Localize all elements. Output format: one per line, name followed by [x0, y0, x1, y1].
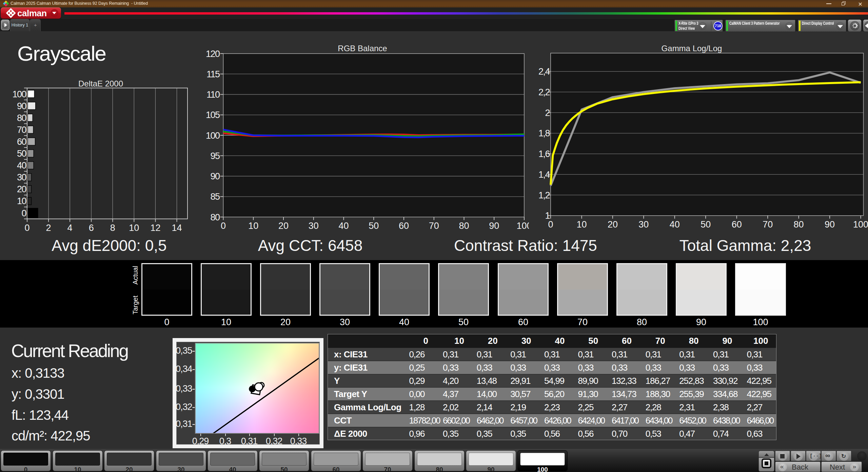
svg-text:80: 80: [210, 212, 220, 222]
svg-text:DeltaE 2000: DeltaE 2000: [78, 79, 123, 88]
svg-text:2: 2: [46, 223, 51, 233]
svg-text:10: 10: [248, 221, 258, 231]
svg-text:2,2: 2,2: [538, 87, 550, 97]
svg-text:50: 50: [701, 219, 711, 230]
svg-text:85: 85: [210, 192, 220, 202]
svg-text:70: 70: [429, 221, 439, 231]
svg-text:120: 120: [206, 49, 220, 59]
svg-text:10: 10: [576, 219, 587, 230]
svg-text:40: 40: [338, 221, 349, 231]
svg-text:10: 10: [17, 196, 26, 206]
svg-text:110: 110: [206, 90, 220, 100]
svg-text:10: 10: [129, 223, 139, 233]
svg-text:70: 70: [17, 125, 26, 135]
svg-text:95: 95: [210, 151, 220, 161]
svg-text:80: 80: [459, 221, 469, 231]
svg-text:90: 90: [17, 101, 26, 111]
svg-text:100: 100: [853, 219, 868, 230]
svg-text:20: 20: [608, 219, 618, 230]
svg-text:105: 105: [206, 110, 220, 120]
svg-text:8: 8: [110, 223, 115, 233]
svg-text:90: 90: [825, 219, 835, 230]
svg-text:80: 80: [17, 113, 26, 123]
svg-text:80: 80: [794, 219, 804, 230]
svg-text:1,6: 1,6: [538, 149, 550, 159]
svg-text:20: 20: [17, 184, 26, 194]
svg-text:100: 100: [206, 131, 220, 141]
svg-text:70: 70: [763, 219, 773, 230]
svg-text:2,4: 2,4: [538, 66, 550, 77]
svg-text:40: 40: [17, 160, 26, 171]
svg-text:30: 30: [309, 221, 319, 231]
svg-text:60: 60: [399, 221, 409, 231]
svg-text:30: 30: [638, 219, 649, 230]
svg-text:1,8: 1,8: [538, 128, 550, 138]
svg-text:90: 90: [210, 171, 220, 181]
svg-text:100: 100: [12, 89, 26, 99]
svg-text:12: 12: [150, 223, 160, 233]
svg-text:4: 4: [67, 223, 73, 233]
svg-text:0: 0: [221, 221, 226, 231]
svg-text:Gamma Log/Log: Gamma Log/Log: [662, 44, 722, 53]
svg-text:115: 115: [206, 69, 220, 79]
svg-text:0: 0: [21, 208, 26, 218]
svg-text:90: 90: [489, 221, 499, 231]
svg-text:1,4: 1,4: [538, 170, 550, 180]
svg-text:40: 40: [670, 219, 680, 230]
svg-text:60: 60: [732, 219, 742, 230]
svg-text:RGB Balance: RGB Balance: [338, 44, 387, 53]
svg-text:50: 50: [17, 149, 26, 159]
svg-text:2: 2: [545, 108, 550, 118]
svg-text:20: 20: [278, 221, 289, 231]
svg-text:50: 50: [369, 221, 379, 231]
svg-text:0: 0: [548, 219, 553, 230]
svg-text:60: 60: [17, 137, 26, 147]
svg-text:30: 30: [17, 172, 26, 182]
svg-text:0: 0: [24, 223, 29, 233]
svg-text:6: 6: [89, 223, 94, 233]
svg-text:1,2: 1,2: [538, 190, 550, 200]
